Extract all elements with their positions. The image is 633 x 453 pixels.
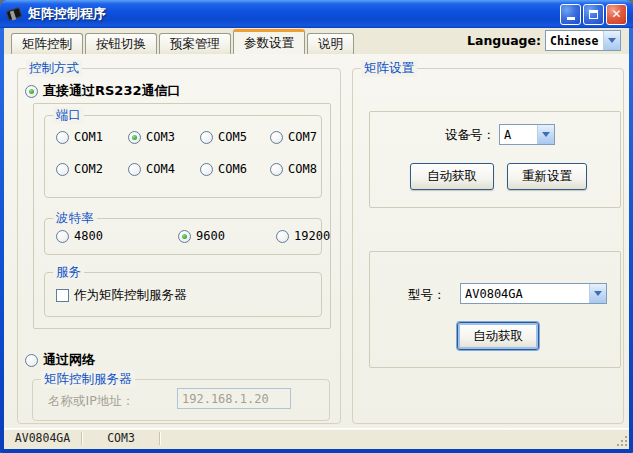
device-id-label: 设备号： bbox=[445, 127, 495, 144]
model-select[interactable]: AV0804GA bbox=[460, 283, 607, 304]
service-group: 服务 作为矩阵控制服务器 bbox=[44, 272, 322, 317]
matrix-settings-group: 矩阵设置 设备号： A 自动获取 重新设置 型号： AV0804GA bbox=[352, 68, 624, 424]
status-bar: AV0804GA COM3 bbox=[4, 428, 629, 449]
radio-9600[interactable]: 9600 bbox=[178, 229, 225, 243]
radio-icon[interactable] bbox=[200, 163, 213, 176]
service-group-title: 服务 bbox=[53, 264, 84, 281]
ip-address-input[interactable] bbox=[177, 388, 291, 409]
radio-icon[interactable] bbox=[270, 131, 283, 144]
tab-parameter-settings[interactable]: 参数设置 bbox=[233, 29, 305, 54]
control-mode-group-title: 控制方式 bbox=[26, 60, 82, 77]
resize-grip-icon[interactable] bbox=[625, 444, 627, 446]
port-group: 端口 COM1 COM3 COM5 COM7 COM2 COM4 COM6 CO… bbox=[44, 115, 322, 198]
chevron-down-icon[interactable] bbox=[603, 31, 620, 50]
radio-com6[interactable]: COM6 bbox=[200, 162, 247, 176]
ip-address-label: 名称或IP地址： bbox=[48, 393, 134, 410]
close-icon[interactable]: ✕ bbox=[606, 4, 627, 25]
tab-preset-manage[interactable]: 预案管理 bbox=[159, 33, 231, 54]
window-body: 矩阵控制 按钮切换 预案管理 参数设置 说明 Language: Chinese… bbox=[4, 28, 629, 449]
chevron-down-icon[interactable] bbox=[589, 284, 606, 303]
radio-com7[interactable]: COM7 bbox=[270, 130, 317, 144]
radio-com8[interactable]: COM8 bbox=[270, 162, 317, 176]
reset-device-button[interactable]: 重新设置 bbox=[507, 163, 587, 190]
language-label: Language: bbox=[467, 33, 541, 48]
radio-4800[interactable]: 4800 bbox=[56, 229, 103, 243]
title-bar[interactable]: 矩阵控制程序 ✕ bbox=[0, 0, 633, 28]
chevron-down-icon[interactable] bbox=[537, 125, 554, 144]
network-radio[interactable]: 通过网络 bbox=[25, 351, 95, 369]
language-value: Chinese bbox=[546, 34, 603, 48]
maximize-icon[interactable] bbox=[583, 4, 604, 25]
tab-help[interactable]: 说明 bbox=[307, 33, 354, 54]
model-value: AV0804GA bbox=[461, 287, 589, 301]
radio-icon[interactable] bbox=[25, 85, 38, 98]
parameter-settings-page: 控制方式 直接通过RS232通信口 端口 COM1 COM3 COM5 COM7 bbox=[4, 54, 629, 428]
window-title: 矩阵控制程序 bbox=[28, 5, 560, 23]
baud-group-title: 波特率 bbox=[53, 210, 97, 227]
device-id-select[interactable]: A bbox=[499, 124, 555, 145]
control-mode-group: 控制方式 直接通过RS232通信口 端口 COM1 COM3 COM5 COM7 bbox=[17, 68, 341, 424]
tab-strip: 矩阵控制 按钮切换 预案管理 参数设置 说明 Language: Chinese bbox=[4, 28, 629, 54]
status-model-pane: AV0804GA bbox=[4, 429, 81, 447]
rs232-settings-box: 端口 COM1 COM3 COM5 COM7 COM2 COM4 COM6 CO… bbox=[33, 103, 331, 329]
model-box: 型号： AV0804GA 自动获取 bbox=[369, 251, 621, 368]
radio-com4[interactable]: COM4 bbox=[128, 162, 175, 176]
radio-com1[interactable]: COM1 bbox=[56, 130, 103, 144]
matrix-server-group-title: 矩阵控制服务器 bbox=[41, 371, 135, 388]
model-label: 型号： bbox=[408, 287, 446, 304]
app-icon bbox=[6, 7, 23, 22]
device-id-value: A bbox=[500, 128, 537, 142]
status-port-pane: COM3 bbox=[83, 429, 159, 447]
language-select[interactable]: Chinese bbox=[545, 30, 621, 51]
app-window: 矩阵控制程序 ✕ 矩阵控制 按钮切换 预案管理 参数设置 说明 Language… bbox=[0, 0, 633, 453]
radio-com5[interactable]: COM5 bbox=[200, 130, 247, 144]
radio-icon[interactable] bbox=[128, 163, 141, 176]
radio-icon[interactable] bbox=[56, 230, 69, 243]
server-checkbox-row[interactable]: 作为矩阵控制服务器 bbox=[56, 287, 187, 304]
checkbox-icon[interactable] bbox=[56, 289, 69, 302]
radio-icon[interactable] bbox=[276, 230, 289, 243]
radio-icon[interactable] bbox=[270, 163, 283, 176]
port-group-title: 端口 bbox=[53, 107, 84, 124]
matrix-settings-group-title: 矩阵设置 bbox=[361, 60, 417, 77]
matrix-server-group: 矩阵控制服务器 名称或IP地址： bbox=[32, 379, 330, 421]
auto-get-device-button[interactable]: 自动获取 bbox=[410, 163, 494, 190]
radio-com3[interactable]: COM3 bbox=[128, 130, 175, 144]
radio-19200[interactable]: 19200 bbox=[276, 229, 330, 243]
rs232-radio-label: 直接通过RS232通信口 bbox=[43, 82, 181, 100]
server-checkbox-label: 作为矩阵控制服务器 bbox=[74, 287, 187, 304]
radio-icon[interactable] bbox=[178, 230, 191, 243]
rs232-radio[interactable]: 直接通过RS232通信口 bbox=[25, 82, 181, 100]
radio-icon[interactable] bbox=[25, 354, 38, 367]
minimize-icon[interactable] bbox=[560, 4, 581, 25]
baud-group: 波特率 4800 9600 19200 bbox=[44, 218, 322, 255]
radio-icon[interactable] bbox=[200, 131, 213, 144]
tab-button-switch[interactable]: 按钮切换 bbox=[85, 33, 157, 54]
status-separator bbox=[159, 432, 161, 445]
device-box: 设备号： A 自动获取 重新设置 bbox=[369, 111, 621, 208]
network-radio-label: 通过网络 bbox=[43, 351, 95, 369]
tab-matrix-control[interactable]: 矩阵控制 bbox=[11, 33, 83, 54]
radio-icon[interactable] bbox=[56, 131, 69, 144]
auto-get-model-button[interactable]: 自动获取 bbox=[457, 322, 539, 350]
radio-com2[interactable]: COM2 bbox=[56, 162, 103, 176]
radio-icon[interactable] bbox=[56, 163, 69, 176]
radio-icon[interactable] bbox=[128, 131, 141, 144]
